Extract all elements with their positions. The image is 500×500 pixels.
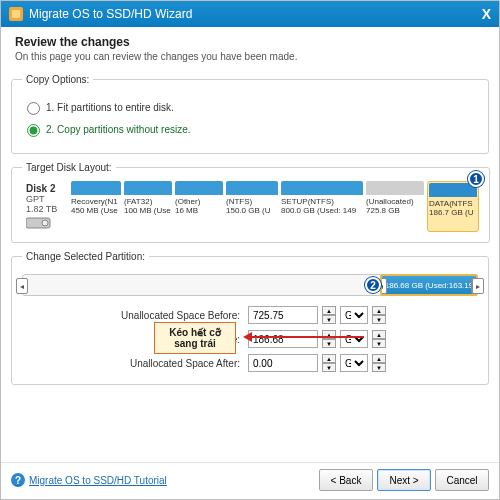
partition-size: 16 MB bbox=[175, 206, 223, 215]
size-unit[interactable]: GB bbox=[340, 330, 368, 348]
help-icon: ? bbox=[11, 473, 25, 487]
partition-fat32[interactable]: (FAT32) 100 MB (Use bbox=[124, 181, 172, 232]
radio-noresize-label: 2. Copy partitions without resize. bbox=[46, 124, 191, 135]
app-icon bbox=[9, 7, 23, 21]
spin-up[interactable]: ▲ bbox=[372, 306, 386, 315]
tutorial-label: Migrate OS to SSD/HD Tutorial bbox=[29, 475, 167, 486]
partition-bar bbox=[226, 181, 278, 195]
before-label: Unallocated Space Before: bbox=[114, 310, 244, 321]
track-handle-right[interactable]: ▸ bbox=[472, 278, 484, 294]
after-spinner: ▲ ▼ bbox=[322, 354, 336, 372]
spin-down[interactable]: ▼ bbox=[322, 363, 336, 372]
partition-recovery[interactable]: Recovery(N1 450 MB (Use bbox=[71, 181, 121, 232]
partition-size: 186.7 GB (U bbox=[429, 208, 477, 217]
callout-2: 2 bbox=[365, 277, 381, 293]
copy-options-legend: Copy Options: bbox=[22, 74, 93, 85]
disk-scheme: GPT bbox=[26, 194, 64, 204]
spin-up[interactable]: ▲ bbox=[372, 354, 386, 363]
partition-bar bbox=[366, 181, 424, 195]
partition-label: SETUP(NTFS) bbox=[281, 197, 363, 206]
wizard-window: Migrate OS to SSD/HD Wizard X Review the… bbox=[0, 0, 500, 500]
partition-bar bbox=[429, 183, 477, 197]
callout-1: 1 bbox=[468, 171, 484, 187]
spin-down[interactable]: ▼ bbox=[322, 315, 336, 324]
spin-down[interactable]: ▼ bbox=[372, 363, 386, 372]
slider-track[interactable]: ◂ 2 ◂ 186.68 GB (Used:163.19 ▸ ▸ bbox=[22, 274, 478, 296]
back-button[interactable]: < Back bbox=[319, 469, 373, 491]
radio-fit-label: 1. Fit partitions to entire disk. bbox=[46, 102, 174, 113]
tutorial-link[interactable]: ? Migrate OS to SSD/HD Tutorial bbox=[11, 473, 167, 487]
radio-noresize-input[interactable] bbox=[27, 124, 40, 137]
chevron-left-icon: ◂ bbox=[20, 282, 24, 291]
target-layout-legend: Target Disk Layout: bbox=[22, 162, 116, 173]
spin-up[interactable]: ▲ bbox=[322, 354, 336, 363]
page-subtitle: On this page you can review the changes … bbox=[15, 51, 485, 62]
unit-spinner: ▲ ▼ bbox=[372, 330, 386, 348]
partition-label: (Unallocated) bbox=[366, 197, 424, 206]
partition-ntfs[interactable]: (NTFS) 150.0 GB (U bbox=[226, 181, 278, 232]
wizard-body: Copy Options: 1. Fit partitions to entir… bbox=[1, 68, 499, 462]
partition-label: (NTFS) bbox=[226, 197, 278, 206]
slider-unallocated bbox=[23, 275, 381, 295]
partition-label: DATA(NTFS bbox=[429, 199, 477, 208]
partition-size: 150.0 GB (U bbox=[226, 206, 278, 215]
disk-name: Disk 2 bbox=[26, 183, 64, 194]
segment-label: 186.68 GB (Used:163.19 bbox=[385, 281, 474, 290]
partition-bar bbox=[124, 181, 172, 195]
after-unit[interactable]: GB bbox=[340, 354, 368, 372]
spin-up[interactable]: ▲ bbox=[372, 330, 386, 339]
before-unit[interactable]: GB bbox=[340, 306, 368, 324]
partition-slider: ◂ 2 ◂ 186.68 GB (Used:163.19 ▸ ▸ bbox=[22, 274, 478, 296]
wizard-footer: ? Migrate OS to SSD/HD Tutorial < Back N… bbox=[1, 462, 499, 499]
window-title: Migrate OS to SSD/HD Wizard bbox=[29, 7, 482, 21]
disk-size: 1.82 TB bbox=[26, 204, 64, 214]
partition-other[interactable]: (Other) 16 MB bbox=[175, 181, 223, 232]
size-spinner: ▲ ▼ bbox=[322, 330, 336, 348]
disk-icon bbox=[26, 216, 54, 230]
partition-bar bbox=[175, 181, 223, 195]
slider-data-segment[interactable]: ◂ 186.68 GB (Used:163.19 ▸ bbox=[381, 275, 477, 295]
spin-up[interactable]: ▲ bbox=[322, 306, 336, 315]
partition-label: Recovery(N1 bbox=[71, 197, 121, 206]
partition-bar bbox=[71, 181, 121, 195]
partition-bar bbox=[281, 181, 363, 195]
unit-spinner: ▲ ▼ bbox=[372, 306, 386, 324]
partition-label: (FAT32) bbox=[124, 197, 172, 206]
before-input[interactable] bbox=[248, 306, 318, 324]
disk-layout: Disk 2 GPT 1.82 TB Recovery(N1 450 MB (U… bbox=[22, 181, 479, 232]
change-selected-legend: Change Selected Partition: bbox=[22, 251, 149, 262]
titlebar: Migrate OS to SSD/HD Wizard X bbox=[1, 1, 499, 27]
svg-point-1 bbox=[42, 220, 48, 226]
partition-setup[interactable]: SETUP(NTFS) 800.0 GB (Used: 149 bbox=[281, 181, 363, 232]
partition-label: (Other) bbox=[175, 197, 223, 206]
spin-down[interactable]: ▼ bbox=[322, 339, 336, 348]
radio-fit-input[interactable] bbox=[27, 102, 40, 115]
size-input[interactable] bbox=[248, 330, 318, 348]
after-label: Unallocated Space After: bbox=[114, 358, 244, 369]
disk-header: Disk 2 GPT 1.82 TB bbox=[22, 181, 68, 232]
partition-data-selected[interactable]: 1 DATA(NTFS 186.7 GB (U bbox=[427, 181, 479, 232]
after-input[interactable] bbox=[248, 354, 318, 372]
partition-size: 100 MB (Use bbox=[124, 206, 172, 215]
chevron-right-icon: ▸ bbox=[476, 282, 480, 291]
partition-size: 800.0 GB (Used: 149 bbox=[281, 206, 363, 215]
annotation-hint: Kéo hết cỡ sang trái bbox=[154, 322, 236, 354]
cancel-button[interactable]: Cancel bbox=[435, 469, 489, 491]
chevron-left-icon: ◂ bbox=[381, 282, 383, 291]
partition-unallocated[interactable]: (Unallocated) 725.8 GB bbox=[366, 181, 424, 232]
radio-fit-partitions[interactable]: 1. Fit partitions to entire disk. bbox=[22, 99, 478, 115]
track-handle-left[interactable]: ◂ bbox=[16, 278, 28, 294]
close-icon[interactable]: X bbox=[482, 6, 491, 22]
next-button[interactable]: Next > bbox=[377, 469, 431, 491]
spin-down[interactable]: ▼ bbox=[372, 315, 386, 324]
target-disk-layout-group: Target Disk Layout: Disk 2 GPT 1.82 TB R… bbox=[11, 162, 490, 243]
radio-no-resize[interactable]: 2. Copy partitions without resize. bbox=[22, 121, 478, 137]
page-title: Review the changes bbox=[15, 35, 485, 49]
segment-handle-left[interactable]: ◂ bbox=[381, 278, 387, 294]
annotation-arrow bbox=[246, 336, 364, 338]
change-selected-group: Change Selected Partition: ◂ 2 ◂ 186.68 … bbox=[11, 251, 489, 385]
page-header: Review the changes On this page you can … bbox=[1, 27, 499, 68]
partition-size: 725.8 GB bbox=[366, 206, 424, 215]
spin-down[interactable]: ▼ bbox=[372, 339, 386, 348]
before-spinner: ▲ ▼ bbox=[322, 306, 336, 324]
